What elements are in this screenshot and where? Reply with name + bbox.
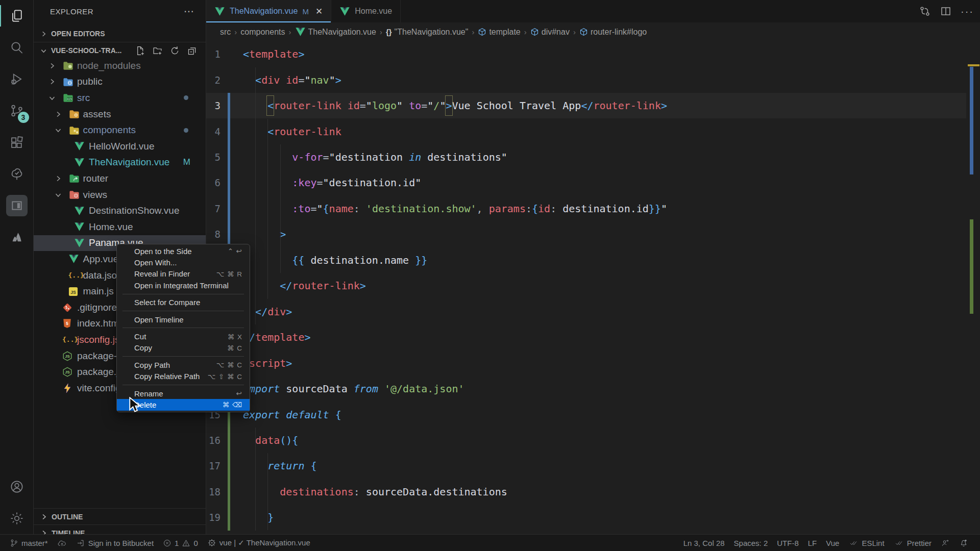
tree-item-views[interactable]: views (34, 187, 206, 203)
more-actions-icon[interactable]: ··· (961, 9, 974, 14)
status-language-mode[interactable]: Vue (821, 535, 844, 551)
code-text: <div id="nav"> (243, 67, 341, 92)
status-indentation[interactable]: Spaces: 2 (729, 535, 773, 551)
section-outline[interactable]: OUTLINE (34, 508, 206, 524)
breadcrumb-item[interactable]: {}"TheNavigation.vue" (386, 28, 468, 37)
status-bitbucket-signin[interactable]: Sign in to Bitbucket (71, 535, 158, 551)
code-line-5[interactable]: 5 v-for="destination in destinations" (206, 144, 966, 170)
code-text: </router-link> (243, 273, 366, 298)
breadcrumb-label: div#nav (542, 28, 570, 37)
gutter-modified-bar (228, 93, 230, 118)
refresh-icon[interactable] (169, 45, 180, 56)
split-editor-icon[interactable] (940, 5, 952, 17)
code-line-16[interactable]: 16 data(){ (206, 428, 966, 453)
collapse-all-icon[interactable] (187, 45, 198, 56)
menu-item-reveal-in-finder[interactable]: Reveal in Finder⌥ ⌘ R (117, 268, 250, 280)
tree-item-destinationshow-vue[interactable]: DestinationShow.vue (34, 203, 206, 219)
status-prettier[interactable]: Prettier (889, 535, 936, 551)
menu-item-copy-path[interactable]: Copy Path⌥ ⌘ C (117, 359, 250, 370)
activity-search[interactable] (0, 32, 34, 63)
code-line-13[interactable]: 13<script> (206, 350, 966, 375)
tab-home-vue[interactable]: Home.vue (331, 0, 401, 22)
overview-ruler[interactable] (966, 41, 980, 534)
code-line-18[interactable]: 18 destinations: sourceData.destinations (206, 479, 966, 505)
bracket-match-highlight (266, 95, 274, 116)
close-icon[interactable]: ✕ (315, 6, 323, 17)
code-line-9[interactable]: 9 {{ destination.name }} (206, 247, 966, 273)
workspace-section[interactable]: VUE-SCHOOL-TRA... (34, 42, 206, 59)
code-line-1[interactable]: 1<template> (206, 41, 966, 67)
breadcrumb-label: template (489, 28, 520, 37)
code-line-4[interactable]: 4 <router-link (206, 118, 966, 144)
menu-item-open-timeline[interactable]: Open Timeline (117, 314, 250, 325)
menu-item-open-in-integrated-terminal[interactable]: Open in Integrated Terminal (117, 280, 250, 291)
activity-source-control[interactable]: 3 (0, 95, 34, 127)
breadcrumb-item[interactable]: components (240, 28, 285, 37)
tree-item-home-vue[interactable]: Home.vue (34, 219, 206, 235)
open-editors-section[interactable]: OPEN EDITORS (34, 26, 206, 42)
tree-item-public[interactable]: public (34, 74, 206, 90)
status-publish-changes[interactable] (53, 535, 71, 551)
gear-dash-icon (207, 538, 216, 547)
code-line-15[interactable]: 15export default { (206, 402, 966, 427)
menu-item-label: Open in Integrated Terminal (134, 281, 229, 290)
activity-accounts[interactable] (0, 471, 34, 503)
code-line-7[interactable]: 7 :to="{name: 'destination.show', params… (206, 196, 966, 221)
status-cursor-position[interactable]: Ln 3, Col 28 (679, 535, 729, 551)
code-line-8[interactable]: 8 > (206, 221, 966, 247)
more-actions-icon[interactable]: ⋯ (184, 5, 194, 17)
open-changes-icon[interactable] (919, 5, 931, 17)
code-line-12[interactable]: 12</template> (206, 324, 966, 350)
breadcrumb-item[interactable]: router-link#logo (579, 28, 647, 37)
activity-extensions[interactable] (0, 127, 34, 158)
tab-thenavigation-vue[interactable]: TheNavigation.vueM✕ (206, 0, 331, 22)
code-line-3[interactable]: 3 <router-link id="logo" to="/">Vue Scho… (206, 93, 966, 118)
menu-item-select-for-compare[interactable]: Select for Compare (117, 297, 250, 308)
activity-explorer[interactable] (0, 0, 34, 32)
tree-item-router[interactable]: router (34, 170, 206, 187)
activity-panel-extension[interactable] (0, 190, 34, 221)
new-file-icon[interactable] (135, 45, 145, 56)
menu-item-open-with-[interactable]: Open With... (117, 257, 250, 268)
breadcrumb-item[interactable]: div#nav (530, 28, 570, 37)
breadcrumb-item[interactable]: TheNavigation.vue (295, 27, 376, 37)
breadcrumb-item[interactable]: src (220, 28, 231, 37)
tree-item-components[interactable]: components (34, 122, 206, 138)
new-folder-icon[interactable] (152, 45, 163, 56)
html-icon: 5 (62, 318, 75, 329)
folder-node-modules-icon (62, 60, 75, 71)
status-problems[interactable]: 10 (158, 535, 203, 551)
code-line-6[interactable]: 6 :key="destination.id" (206, 170, 966, 195)
status-vue-language-status[interactable]: vue | ✓ TheNavigation.vue (203, 535, 315, 551)
tree-item-node-modules[interactable]: node_modules (34, 58, 206, 74)
chevron-right-icon (40, 30, 47, 38)
status-git-branch[interactable]: master* (5, 535, 53, 551)
menu-item-cut[interactable]: Cut⌘ X (117, 331, 250, 342)
status-eslint[interactable]: ESLint (844, 535, 889, 551)
menu-item-open-to-the-side[interactable]: Open to the Side⌃ ↩ (117, 245, 250, 257)
code-line-14[interactable]: 14import sourceData from '@/data.json' (206, 376, 966, 402)
status-encoding[interactable]: UTF-8 (772, 535, 803, 551)
tree-item-assets[interactable]: assets (34, 106, 206, 122)
code-line-10[interactable]: 10 </router-link> (206, 273, 966, 298)
code-line-19[interactable]: 19 } (206, 505, 966, 530)
status-notifications[interactable] (954, 535, 973, 551)
code-text: data(){ (243, 428, 298, 453)
tree-item-helloworld-vue[interactable]: HelloWorld.vue (34, 138, 206, 155)
tree-item-src[interactable]: </>src (34, 90, 206, 106)
breadcrumb-item[interactable]: template (478, 28, 520, 37)
status-feedback[interactable] (936, 535, 954, 551)
activity-settings[interactable] (0, 503, 34, 534)
code-editor[interactable]: 19 }18 destinations: sourceData.destinat… (206, 41, 980, 534)
code-line-2[interactable]: 2 <div id="nav"> (206, 67, 966, 92)
activity-run-debug[interactable] (0, 63, 34, 95)
code-line-17[interactable]: 17 return { (206, 453, 966, 479)
activity-atlassian[interactable] (0, 221, 34, 253)
menu-item-copy-relative-path[interactable]: Copy Relative Path⌥ ⇧ ⌘ C (117, 371, 250, 382)
menu-item-copy[interactable]: Copy⌘ C (117, 342, 250, 354)
code-line-11[interactable]: 11 </div> (206, 299, 966, 324)
tree-item-thenavigation-vue[interactable]: TheNavigation.vueM (34, 155, 206, 171)
status-eol[interactable]: LF (803, 535, 822, 551)
activity-testing-tree[interactable] (0, 158, 34, 190)
chevron-down-icon (54, 191, 63, 199)
